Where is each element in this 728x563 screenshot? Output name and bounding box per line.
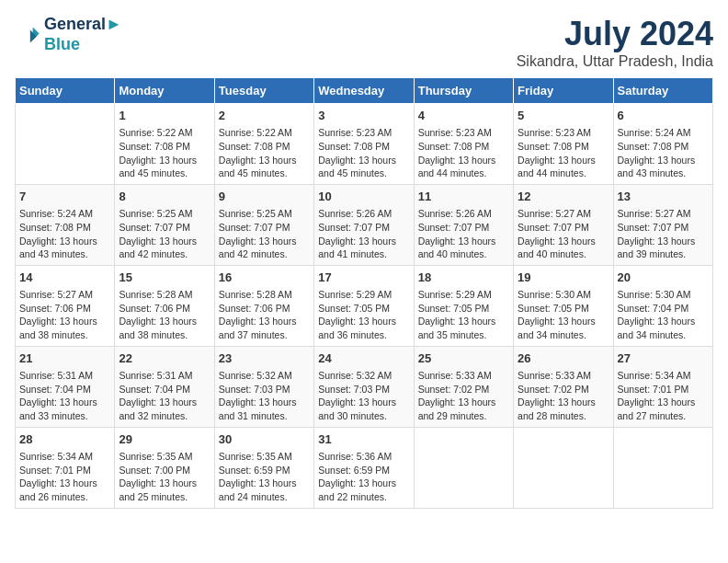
day-content: Sunrise: 5:25 AMSunset: 7:07 PMDaylight:… [219, 207, 310, 261]
week-row-1: 1Sunrise: 5:22 AMSunset: 7:08 PMDaylight… [16, 104, 713, 185]
header-cell-wednesday: Wednesday [314, 78, 414, 104]
day-content: Sunrise: 5:28 AMSunset: 7:06 PMDaylight:… [219, 288, 310, 342]
day-number: 18 [418, 270, 509, 286]
day-content: Sunrise: 5:27 AMSunset: 7:07 PMDaylight:… [518, 207, 609, 261]
day-number: 7 [19, 189, 110, 205]
day-number: 6 [618, 108, 709, 124]
day-number: 8 [119, 189, 210, 205]
day-number: 11 [418, 189, 509, 205]
day-cell: 25Sunrise: 5:33 AMSunset: 7:02 PMDayligh… [414, 346, 513, 427]
week-row-5: 28Sunrise: 5:34 AMSunset: 7:01 PMDayligh… [16, 427, 713, 508]
day-cell: 17Sunrise: 5:29 AMSunset: 7:05 PMDayligh… [314, 265, 414, 346]
header-cell-friday: Friday [514, 78, 613, 104]
day-number: 9 [219, 189, 310, 205]
day-cell: 27Sunrise: 5:34 AMSunset: 7:01 PMDayligh… [613, 346, 712, 427]
day-cell: 12Sunrise: 5:27 AMSunset: 7:07 PMDayligh… [514, 184, 613, 265]
day-number: 10 [318, 189, 409, 205]
day-content: Sunrise: 5:26 AMSunset: 7:07 PMDaylight:… [318, 207, 409, 261]
day-number: 25 [418, 350, 509, 367]
day-cell: 29Sunrise: 5:35 AMSunset: 7:00 PMDayligh… [115, 427, 214, 508]
day-content: Sunrise: 5:34 AMSunset: 7:01 PMDaylight:… [19, 450, 110, 504]
day-number: 17 [318, 270, 409, 286]
logo-text: General► Blue [44, 15, 122, 54]
day-cell [414, 427, 513, 508]
day-number: 13 [618, 189, 709, 205]
header-cell-saturday: Saturday [613, 78, 712, 104]
day-cell: 6Sunrise: 5:24 AMSunset: 7:08 PMDaylight… [613, 104, 712, 185]
day-content: Sunrise: 5:35 AMSunset: 7:00 PMDaylight:… [119, 450, 210, 504]
day-number: 21 [19, 350, 110, 367]
day-cell [16, 104, 115, 185]
day-cell: 4Sunrise: 5:23 AMSunset: 7:08 PMDaylight… [414, 104, 513, 185]
day-number: 4 [418, 108, 509, 124]
day-cell: 21Sunrise: 5:31 AMSunset: 7:04 PMDayligh… [16, 346, 115, 427]
day-cell: 10Sunrise: 5:26 AMSunset: 7:07 PMDayligh… [314, 184, 414, 265]
day-cell [514, 427, 613, 508]
day-content: Sunrise: 5:33 AMSunset: 7:02 PMDaylight:… [418, 369, 509, 423]
day-cell: 2Sunrise: 5:22 AMSunset: 7:08 PMDaylight… [214, 104, 313, 185]
day-content: Sunrise: 5:32 AMSunset: 7:03 PMDaylight:… [318, 369, 409, 423]
day-content: Sunrise: 5:27 AMSunset: 7:06 PMDaylight:… [19, 288, 110, 342]
main-title: July 2024 [517, 15, 713, 53]
day-cell: 11Sunrise: 5:26 AMSunset: 7:07 PMDayligh… [414, 184, 513, 265]
day-cell: 26Sunrise: 5:33 AMSunset: 7:02 PMDayligh… [514, 346, 613, 427]
day-content: Sunrise: 5:23 AMSunset: 7:08 PMDaylight:… [318, 126, 409, 180]
day-cell: 8Sunrise: 5:25 AMSunset: 7:07 PMDaylight… [115, 184, 214, 265]
day-number: 29 [119, 431, 210, 448]
header-cell-thursday: Thursday [414, 78, 513, 104]
day-content: Sunrise: 5:26 AMSunset: 7:07 PMDaylight:… [418, 207, 509, 261]
day-content: Sunrise: 5:30 AMSunset: 7:04 PMDaylight:… [618, 288, 709, 342]
day-cell: 23Sunrise: 5:32 AMSunset: 7:03 PMDayligh… [214, 346, 313, 427]
day-cell: 22Sunrise: 5:31 AMSunset: 7:04 PMDayligh… [115, 346, 214, 427]
day-content: Sunrise: 5:35 AMSunset: 6:59 PMDaylight:… [219, 450, 310, 504]
day-cell: 13Sunrise: 5:27 AMSunset: 7:07 PMDayligh… [613, 184, 712, 265]
day-cell: 5Sunrise: 5:23 AMSunset: 7:08 PMDaylight… [514, 104, 613, 185]
day-cell: 16Sunrise: 5:28 AMSunset: 7:06 PMDayligh… [214, 265, 313, 346]
day-number: 27 [618, 350, 709, 367]
day-number: 30 [219, 431, 310, 448]
day-number: 31 [318, 431, 409, 448]
day-content: Sunrise: 5:23 AMSunset: 7:08 PMDaylight:… [518, 126, 609, 180]
header-row: SundayMondayTuesdayWednesdayThursdayFrid… [16, 78, 713, 104]
day-content: Sunrise: 5:29 AMSunset: 7:05 PMDaylight:… [318, 288, 409, 342]
day-number: 23 [219, 350, 310, 367]
day-cell: 3Sunrise: 5:23 AMSunset: 7:08 PMDaylight… [314, 104, 414, 185]
header-cell-sunday: Sunday [16, 78, 115, 104]
calendar-body: 1Sunrise: 5:22 AMSunset: 7:08 PMDaylight… [16, 104, 713, 509]
day-cell: 9Sunrise: 5:25 AMSunset: 7:07 PMDaylight… [214, 184, 313, 265]
logo: General► Blue [15, 15, 122, 54]
day-content: Sunrise: 5:31 AMSunset: 7:04 PMDaylight:… [119, 369, 210, 423]
calendar-header: SundayMondayTuesdayWednesdayThursdayFrid… [16, 78, 713, 104]
day-content: Sunrise: 5:23 AMSunset: 7:08 PMDaylight:… [418, 126, 509, 180]
day-number: 28 [19, 431, 110, 448]
day-cell: 30Sunrise: 5:35 AMSunset: 6:59 PMDayligh… [214, 427, 313, 508]
logo-icon [15, 22, 40, 48]
day-content: Sunrise: 5:27 AMSunset: 7:07 PMDaylight:… [618, 207, 709, 261]
day-content: Sunrise: 5:25 AMSunset: 7:07 PMDaylight:… [119, 207, 210, 261]
day-cell: 28Sunrise: 5:34 AMSunset: 7:01 PMDayligh… [16, 427, 115, 508]
day-cell: 15Sunrise: 5:28 AMSunset: 7:06 PMDayligh… [115, 265, 214, 346]
day-number: 16 [219, 270, 310, 286]
day-content: Sunrise: 5:32 AMSunset: 7:03 PMDaylight:… [219, 369, 310, 423]
day-number: 12 [518, 189, 609, 205]
day-number: 19 [518, 270, 609, 286]
header-cell-monday: Monday [115, 78, 214, 104]
day-content: Sunrise: 5:28 AMSunset: 7:06 PMDaylight:… [119, 288, 210, 342]
day-cell: 24Sunrise: 5:32 AMSunset: 7:03 PMDayligh… [314, 346, 414, 427]
day-number: 1 [119, 108, 210, 124]
day-number: 24 [318, 350, 409, 367]
day-cell: 19Sunrise: 5:30 AMSunset: 7:05 PMDayligh… [514, 265, 613, 346]
subtitle: Sikandra, Uttar Pradesh, India [517, 53, 713, 70]
week-row-2: 7Sunrise: 5:24 AMSunset: 7:08 PMDaylight… [16, 184, 713, 265]
day-content: Sunrise: 5:24 AMSunset: 7:08 PMDaylight:… [19, 207, 110, 261]
day-number: 20 [618, 270, 709, 286]
day-cell: 14Sunrise: 5:27 AMSunset: 7:06 PMDayligh… [16, 265, 115, 346]
day-number: 26 [518, 350, 609, 367]
day-content: Sunrise: 5:22 AMSunset: 7:08 PMDaylight:… [219, 126, 310, 180]
title-block: July 2024 Sikandra, Uttar Pradesh, India [517, 15, 713, 70]
day-content: Sunrise: 5:31 AMSunset: 7:04 PMDaylight:… [19, 369, 110, 423]
day-number: 5 [518, 108, 609, 124]
day-cell [613, 427, 712, 508]
page-header: General► Blue July 2024 Sikandra, Uttar … [15, 15, 713, 70]
day-cell: 31Sunrise: 5:36 AMSunset: 6:59 PMDayligh… [314, 427, 414, 508]
